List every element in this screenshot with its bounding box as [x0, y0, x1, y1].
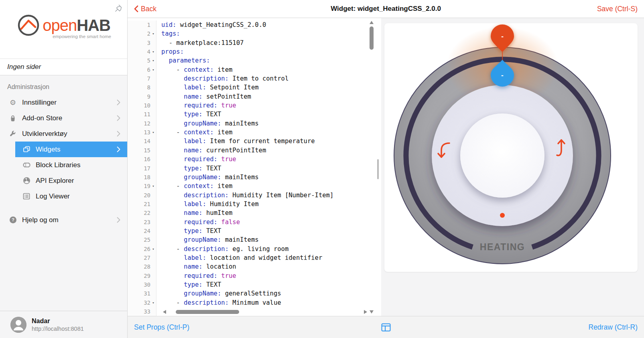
code-line-23[interactable]: 23required: false — [128, 218, 375, 227]
code-text: - description: Minimum value — [156, 298, 281, 307]
gutter: 28 — [128, 262, 156, 271]
sidebar-item-block-libraries[interactable]: Block Libraries — [0, 157, 127, 173]
sidebar-item-utviklerverkt-y[interactable]: Utviklerverktøy — [0, 126, 127, 142]
fold-arrow-icon[interactable]: ▾ — [150, 56, 156, 65]
line-number: 25 — [144, 235, 150, 244]
code-line-22[interactable]: 22name: humItem — [128, 208, 375, 217]
fold-arrow-icon[interactable]: ▾ — [150, 182, 156, 190]
heating-label: HEATING — [480, 242, 525, 252]
code-line-28[interactable]: 28name: location — [128, 262, 375, 271]
editor-horizontal-scrollbar[interactable] — [162, 309, 368, 315]
code-line-27[interactable]: 27label: location and widget identifier — [128, 253, 375, 262]
horizontal-scroll-thumb[interactable] — [176, 310, 239, 314]
sidebar-item-add-on-store[interactable]: Add-on Store — [0, 110, 127, 126]
fold-arrow-icon[interactable]: ▾ — [150, 245, 156, 253]
code-text: - context: item — [156, 128, 232, 137]
gutter: 10 — [128, 101, 156, 110]
code-text: required: true — [156, 155, 236, 164]
gutter: 18 — [128, 173, 156, 182]
fold-arrow-icon[interactable]: ▾ — [150, 47, 156, 56]
line-number: 10 — [144, 101, 150, 110]
code-line-15[interactable]: 15name: currentPointItem — [128, 146, 375, 155]
vertical-scroll-thumb[interactable] — [370, 26, 374, 50]
gear-icon: ⚙ — [9, 99, 17, 107]
code-line-10[interactable]: 10required: true — [128, 101, 375, 110]
code-line-2[interactable]: 2▾tags: — [128, 29, 375, 38]
code-line-25[interactable]: 25groupName: mainItems — [128, 235, 375, 244]
code-line-26[interactable]: 26▾- description: eg. living room — [128, 245, 375, 253]
gutter: 16 — [128, 155, 156, 164]
sidebar-item-innstillinger[interactable]: ⚙Innstillinger — [0, 95, 127, 110]
code-text: tags: — [156, 29, 180, 38]
wrench-icon — [9, 130, 17, 138]
scroll-up-arrow[interactable] — [370, 21, 374, 24]
help-icon: ? — [9, 216, 17, 224]
code-line-1[interactable]: 1uid: widget_HeatingCSS_2.0.0 — [128, 20, 375, 29]
line-number: 7 — [147, 74, 150, 83]
code-line-9[interactable]: 9name: setPointItem — [128, 92, 375, 101]
dial-center-disc[interactable] — [460, 113, 544, 198]
line-number: 6 — [147, 65, 150, 74]
splitter-handle[interactable] — [377, 159, 379, 179]
code-line-3[interactable]: 3- marketplace:115107 — [128, 38, 375, 47]
sidebar-item-label: Log Viewer — [36, 192, 117, 200]
set-props-button[interactable]: Set Props (Ctrl-P) — [134, 323, 381, 332]
widget-preview-card: HEATING - - — [384, 23, 638, 272]
sidebar: openHAB empowering the smart home Ingen … — [0, 0, 128, 338]
code-line-16[interactable]: 16required: true — [128, 155, 375, 164]
code-text: type: TEXT — [156, 110, 221, 119]
fold-arrow-icon[interactable]: ▾ — [150, 128, 156, 137]
redraw-button[interactable]: Redraw (Ctrl-R) — [391, 323, 638, 332]
code-line-7[interactable]: 7description: Item to control — [128, 74, 375, 83]
code-text: - description: eg. living room — [156, 245, 288, 253]
code-line-11[interactable]: 11type: TEXT — [128, 110, 375, 119]
code-line-6[interactable]: 6▾- context: item — [128, 65, 375, 74]
sidebar-item-widgets[interactable]: Widgets — [15, 142, 127, 157]
code-line-24[interactable]: 24type: TEXT — [128, 227, 375, 235]
scroll-down-arrow[interactable] — [370, 310, 374, 314]
user-url: http://localhost:8081 — [32, 326, 84, 332]
content: 1uid: widget_HeatingCSS_2.0.02▾tags:3- m… — [128, 18, 644, 316]
code-line-8[interactable]: 8label: Setpoint Item — [128, 83, 375, 92]
scroll-right-arrow[interactable] — [364, 310, 367, 314]
code-line-32[interactable]: 32▾- description: Minimum value — [128, 298, 375, 307]
code-line-12[interactable]: 12groupName: mainItems — [128, 119, 375, 128]
code-line-30[interactable]: 30type: TEXT — [128, 280, 375, 289]
code-line-17[interactable]: 17type: TEXT — [128, 164, 375, 173]
code-line-21[interactable]: 21label: Humidity Item — [128, 200, 375, 208]
code-text: label: Item for current temperature — [156, 137, 315, 146]
editor-vertical-scrollbar[interactable] — [369, 19, 374, 309]
sidebar-item-hjelp-og-om[interactable]: ?Hjelp og om — [0, 212, 127, 228]
scroll-left-arrow[interactable] — [163, 310, 166, 314]
gutter: 30 — [128, 280, 156, 289]
code-line-29[interactable]: 29required: true — [128, 271, 375, 280]
split-view-icon[interactable] — [381, 323, 391, 332]
line-number: 31 — [144, 289, 150, 298]
code-line-14[interactable]: 14label: Item for current temperature — [128, 137, 375, 146]
code-text: label: Humidity Item — [156, 200, 259, 208]
code-line-18[interactable]: 18groupName: mainItems — [128, 173, 375, 182]
code-line-4[interactable]: 4▾props: — [128, 47, 375, 56]
code-line-5[interactable]: 5▾parameters: — [128, 56, 375, 65]
api-icon — [22, 177, 30, 185]
code-line-20[interactable]: 20description: Humidity Item [Number-Ite… — [128, 191, 375, 200]
yaml-code-editor[interactable]: 1uid: widget_HeatingCSS_2.0.02▾tags:3- m… — [128, 18, 375, 316]
gutter: 15 — [128, 146, 156, 155]
code-line-13[interactable]: 13▾- context: item — [128, 128, 375, 137]
line-number: 11 — [144, 110, 150, 119]
save-button[interactable]: Save (Ctrl-S) — [441, 5, 638, 13]
editor-preview-splitter[interactable] — [375, 18, 381, 316]
pin-icon[interactable] — [114, 4, 122, 12]
heating-dial-widget[interactable]: HEATING - - — [384, 23, 638, 272]
fold-arrow-icon[interactable]: ▾ — [150, 298, 156, 307]
code-text: required: true — [156, 101, 236, 110]
sidebar-item-api-explorer[interactable]: API Explorer — [0, 173, 127, 188]
fold-arrow-icon[interactable]: ▾ — [150, 65, 156, 74]
user-box[interactable]: Nadar http://localhost:8081 — [0, 311, 127, 338]
code-line-19[interactable]: 19▾- context: item — [128, 182, 375, 190]
line-number: 5 — [147, 56, 150, 65]
fold-arrow-icon[interactable]: ▾ — [150, 29, 156, 38]
sidebar-item-log-viewer[interactable]: Log Viewer — [0, 188, 127, 204]
back-button[interactable]: Back — [134, 5, 331, 13]
code-line-31[interactable]: 31groupName: generalSettings — [128, 289, 375, 298]
